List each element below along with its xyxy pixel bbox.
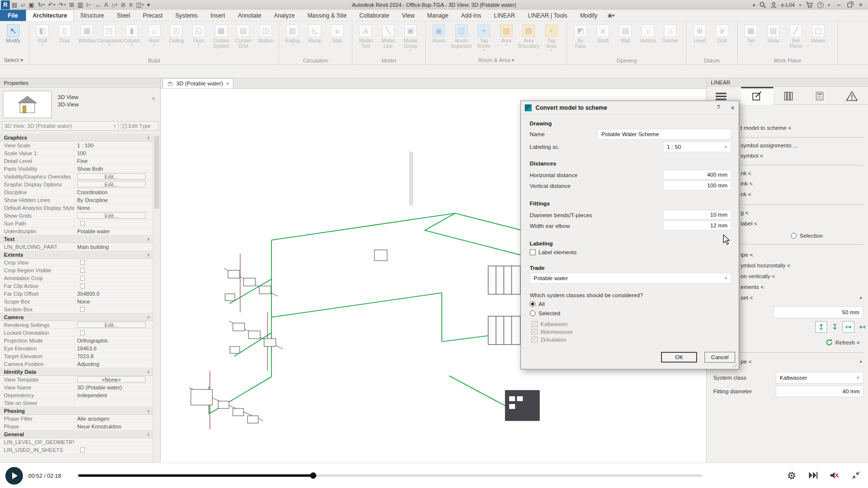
ribbon-button[interactable]: ▨Area▾ — [495, 23, 517, 46]
section-collapse-icon[interactable]: ∧ — [146, 237, 150, 242]
ribbon-button[interactable]: ⌂Dormer▾ — [659, 23, 682, 43]
ribbon-button[interactable]: ◧Wall▾ — [31, 23, 54, 46]
offset-input[interactable]: 50 mm — [773, 306, 863, 318]
property-value[interactable] — [74, 399, 153, 407]
ribbon-button[interactable]: ▮Column▾ — [121, 23, 143, 46]
ribbon-button[interactable]: ◰Ceiling▾ — [165, 23, 188, 43]
qat-icon[interactable]: ◫▾ — [136, 1, 144, 8]
radio-selected[interactable]: Selected — [530, 310, 560, 316]
property-value[interactable]: None None — [74, 298, 153, 305]
property-value[interactable] — [74, 220, 153, 227]
qat-icon[interactable]: ↻▾ — [38, 1, 45, 8]
playback-speed-icon[interactable] — [807, 470, 818, 481]
ribbon-button[interactable]: #Grid▾ — [711, 23, 733, 43]
ribbon-button[interactable]: ▢Viewer▾ — [807, 23, 829, 43]
ribbon-button[interactable]: ▦Curtain System▾ — [210, 23, 232, 49]
ribbon-button[interactable]: ≡Stair▾ — [326, 23, 349, 43]
property-value[interactable]: Edit... Edit... — [74, 173, 153, 180]
user-icon[interactable] — [770, 2, 777, 8]
property-value[interactable] — [74, 259, 153, 266]
vertical-distance-input[interactable]: 100 mm — [663, 181, 731, 190]
qat-icon[interactable]: ↶▾ — [48, 1, 56, 8]
property-value[interactable]: Neue Konstruktion Neue Konstruktion — [74, 423, 153, 430]
ribbon-button[interactable]: ⌖Tag Area▾ — [540, 23, 562, 52]
property-value[interactable]: Fine Fine — [74, 157, 153, 164]
property-value[interactable]: 3D (Potable water) 3D (Potable water) — [74, 384, 153, 391]
ok-button[interactable]: OK — [661, 352, 697, 363]
tab-library[interactable] — [776, 87, 801, 105]
ribbon-tab[interactable]: Architecture — [26, 10, 74, 21]
view-tab[interactable]: 3D (Potable water) × — [163, 78, 233, 88]
ribbon-tab[interactable]: File — [0, 10, 26, 21]
checkbox[interactable] — [80, 284, 85, 288]
qat-icon[interactable]: ↔▾ — [95, 1, 101, 8]
checkbox[interactable] — [80, 276, 85, 281]
action-flip-symbol-horizontally[interactable]: ymbol horizontally < — [741, 263, 790, 268]
properties-scrollbar[interactable] — [153, 134, 160, 463]
cart-icon[interactable] — [806, 2, 813, 8]
restore-button[interactable] — [847, 3, 852, 7]
section-pipe[interactable]: pe < — [741, 359, 752, 365]
system-class-select[interactable]: Kaltwasser∨ — [776, 372, 864, 384]
qat-icon[interactable]: ▥▾ — [78, 1, 83, 8]
checkbox[interactable] — [80, 307, 85, 312]
user-dropdown-icon[interactable]: ▾ — [799, 3, 801, 7]
property-value[interactable] — [74, 266, 153, 274]
view-tab-close-icon[interactable]: × — [226, 81, 229, 86]
ribbon-button[interactable]: #Shaft▾ — [592, 23, 614, 43]
property-value[interactable]: 18463.6 18463.6 — [74, 345, 153, 352]
ribbon-tab[interactable]: LINEAR — [488, 10, 521, 21]
qat-icon[interactable]: ▣▾ — [29, 1, 34, 8]
properties-collapse-icon[interactable]: ∨ — [152, 96, 155, 101]
property-value[interactable] — [74, 282, 153, 289]
property-value[interactable]: Edit... Edit... — [74, 321, 153, 328]
resize-grip[interactable] — [732, 363, 737, 367]
ribbon-tab[interactable]: Insert — [204, 10, 231, 21]
ribbon-button[interactable]: ▯Door▾ — [54, 23, 76, 43]
collapse-icon[interactable]: ▴ — [860, 359, 862, 364]
property-value[interactable] — [74, 274, 153, 282]
property-value[interactable]: Potable water Potable water — [74, 227, 153, 235]
property-value[interactable]: Edit... Edit... — [74, 212, 153, 219]
section-collapse-icon[interactable]: ∧ — [146, 315, 150, 320]
exit-fullscreen-icon[interactable] — [850, 470, 861, 481]
seek-bar[interactable] — [78, 474, 702, 477]
properties-palette-title[interactable]: Properties — [0, 78, 160, 88]
action-link-1[interactable]: nk < — [741, 170, 751, 176]
dialog-close-icon[interactable]: × — [731, 104, 735, 112]
property-value[interactable] — [74, 438, 153, 446]
action-place-pipe[interactable]: ipe < — [741, 252, 753, 258]
tab-calculator[interactable] — [807, 87, 832, 105]
linear-panel-title[interactable]: LINEAR — [707, 78, 868, 87]
ribbon-tab[interactable]: Add-Ins — [455, 10, 487, 21]
property-value[interactable] — [74, 305, 153, 313]
qat-icon[interactable]: ▤▾ — [12, 1, 17, 8]
ribbon-button[interactable]: ⌖Tag Room▾ — [473, 23, 495, 52]
seek-handle[interactable] — [310, 472, 316, 479]
offset-right-button[interactable]: ↦ — [843, 321, 854, 333]
section-collapse-icon[interactable]: ∧ — [146, 252, 150, 257]
help-dropdown-icon[interactable]: ▾ — [828, 3, 830, 7]
type-selector[interactable]: 3D View: 3D (Potable water)∨ — [2, 121, 119, 131]
scrollbar-thumb[interactable] — [154, 136, 159, 209]
revit-logo-button[interactable]: R — [1, 0, 10, 9]
ribbon-button[interactable]: ▥Railing▾ — [281, 23, 304, 46]
ribbon-tab[interactable]: Systems — [169, 10, 204, 21]
collapse-icon[interactable]: ▴ — [860, 295, 862, 300]
checkbox[interactable] — [80, 260, 85, 265]
signed-in-user[interactable]: e-L04 — [781, 2, 795, 8]
ribbon-button[interactable]: AModel Text▾ — [354, 23, 377, 49]
refresh-button[interactable]: Refresh < — [826, 339, 860, 346]
property-value[interactable] — [74, 446, 153, 453]
trade-select[interactable]: Potable water∨ — [530, 273, 731, 284]
cancel-button[interactable]: Cancel — [704, 352, 735, 363]
section-offset[interactable]: set < — [741, 295, 753, 301]
ribbon-button[interactable]: ↕Vertical▾ — [637, 23, 659, 43]
checkbox[interactable] — [80, 447, 85, 452]
ribbon-tab[interactable]: Modify — [574, 10, 603, 21]
labeling-scale-select[interactable]: 1 : 50∨ — [663, 142, 731, 152]
edit-button[interactable]: Edit... — [77, 181, 145, 187]
action-labeling[interactable]: g < — [741, 210, 748, 216]
edit-button[interactable]: Edit... — [77, 322, 145, 328]
section-collapse-icon[interactable]: ∧ — [146, 432, 150, 437]
